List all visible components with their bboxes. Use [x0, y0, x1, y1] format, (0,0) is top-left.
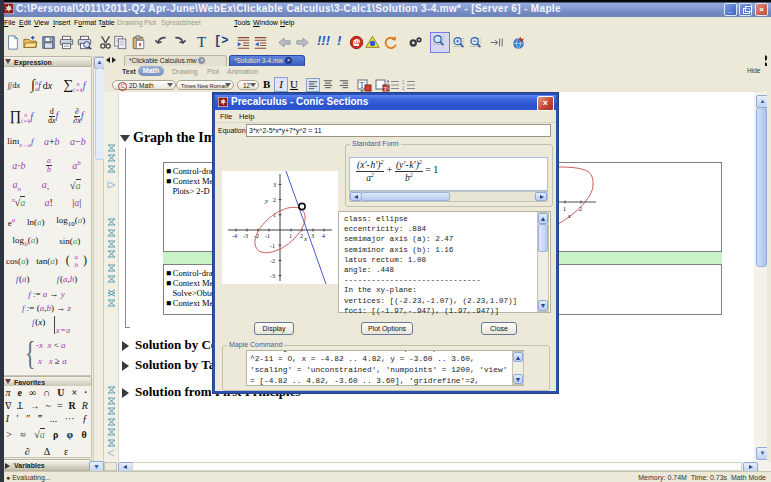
svg-text:x: x [303, 235, 308, 243]
svg-text:y: y [264, 197, 269, 205]
svg-text:1: 1 [563, 206, 566, 212]
svg-text:-1: -1 [270, 243, 275, 249]
svg-text:4: 4 [322, 233, 325, 239]
svg-text:2: 2 [300, 233, 303, 239]
svg-text:-1: -1 [265, 233, 270, 239]
svg-text:3: 3 [273, 182, 276, 188]
svg-text:-4: -4 [232, 233, 237, 239]
svg-text:1: 1 [402, 80, 405, 85]
svg-text:x: x [567, 213, 571, 219]
svg-text:T: T [360, 81, 365, 90]
svg-text:-2: -2 [270, 258, 275, 264]
svg-text:2: 2 [579, 206, 582, 212]
svg-text:2: 2 [402, 86, 405, 91]
svg-text:3: 3 [311, 233, 314, 239]
svg-text:1: 1 [289, 233, 292, 239]
svg-text:2: 2 [273, 197, 276, 203]
svg-text:-3: -3 [270, 273, 275, 279]
svg-text:-3: -3 [243, 233, 248, 239]
